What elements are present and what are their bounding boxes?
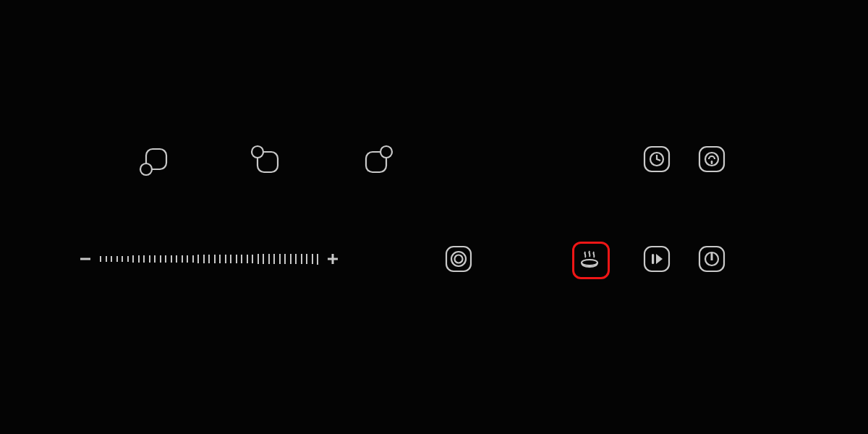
slider-tick	[301, 254, 302, 264]
slider-tick	[306, 254, 307, 265]
slider-tick	[208, 255, 210, 263]
svg-point-13	[455, 255, 463, 263]
slider-tick	[100, 256, 101, 262]
slider-tick	[165, 255, 166, 263]
slider-tick	[236, 255, 237, 263]
stop-go-button[interactable]	[641, 243, 673, 275]
slider-tick	[290, 254, 292, 264]
timer-button[interactable]	[641, 143, 673, 175]
slider-track[interactable]	[100, 254, 318, 264]
svg-rect-11	[446, 247, 471, 271]
slider-tick	[263, 254, 264, 263]
ring-icon	[443, 243, 475, 275]
svg-point-14	[582, 260, 597, 265]
slider-tick	[106, 256, 107, 262]
flex-zone-button[interactable]	[443, 243, 475, 275]
slider-tick	[219, 255, 221, 263]
slider-tick	[312, 254, 313, 265]
svg-point-12	[451, 252, 466, 266]
slider-tick	[171, 255, 172, 263]
svg-rect-10	[711, 161, 713, 164]
slider-tick	[247, 255, 248, 264]
slider-tick	[197, 255, 199, 263]
slider-tick	[111, 256, 112, 262]
svg-rect-16	[652, 254, 654, 264]
power-icon	[696, 243, 728, 275]
slider-tick	[122, 256, 123, 263]
slider-tick	[203, 255, 205, 263]
slider-tick	[192, 255, 194, 263]
keep-warm-icon	[574, 243, 605, 275]
slider-tick	[154, 255, 156, 263]
slider-tick	[241, 255, 242, 264]
slider-tick	[230, 255, 231, 263]
slider-tick	[214, 255, 216, 263]
slider-tick	[252, 255, 253, 264]
slider-tick	[132, 255, 134, 262]
lock-icon	[696, 143, 728, 175]
slider-tick	[149, 255, 150, 263]
slider-tick	[187, 255, 188, 263]
clock-icon	[641, 143, 673, 175]
cooktop-panel	[0, 0, 868, 434]
slider-tick	[273, 254, 275, 264]
slider-tick	[160, 255, 161, 263]
zone-select-zone-front-left[interactable]	[139, 145, 171, 176]
slider-tick	[116, 256, 118, 263]
slider-tick	[127, 256, 129, 263]
slider-tick	[143, 255, 145, 262]
slider-tick	[268, 254, 270, 263]
slider-tick	[295, 254, 297, 264]
keep-warm-button[interactable]	[574, 243, 605, 275]
slider-tick	[182, 255, 183, 263]
svg-point-1	[140, 163, 152, 175]
pause-play-icon	[641, 243, 673, 275]
svg-rect-8	[699, 147, 724, 171]
slider-tick	[279, 254, 281, 264]
power-button[interactable]	[696, 243, 728, 275]
slider-decrease-button[interactable]	[75, 249, 95, 269]
svg-point-3	[252, 146, 263, 158]
slider-increase-button[interactable]	[323, 249, 343, 269]
slider-tick	[138, 255, 140, 262]
lock-button[interactable]	[696, 143, 728, 175]
slider-tick	[317, 254, 318, 265]
slider-tick	[225, 255, 226, 263]
slider-tick	[176, 255, 177, 263]
svg-point-5	[380, 146, 392, 158]
power-slider[interactable]	[75, 244, 343, 273]
slider-tick	[284, 254, 286, 264]
slider-tick	[258, 254, 259, 263]
zone-select-zone-rear-left[interactable]	[250, 145, 282, 176]
zone-select-zone-rear-right[interactable]	[362, 145, 393, 176]
